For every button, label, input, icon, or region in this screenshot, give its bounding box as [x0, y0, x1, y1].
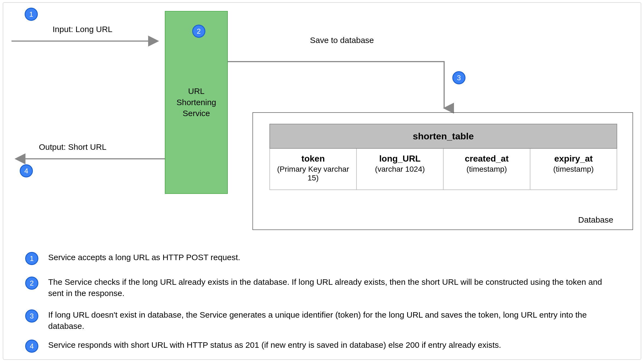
service-box: URL Shortening Service — [165, 11, 228, 194]
input-arrow-label: Input: Long URL — [53, 25, 112, 34]
legend-row-3: 3 If long URL doesn't exist in database,… — [25, 309, 607, 332]
table-col: expiry_at (timestamp) — [530, 148, 617, 190]
legend-badge-2: 2 — [25, 277, 38, 290]
step-badge-4: 4 — [20, 164, 33, 177]
save-arrow-label: Save to database — [310, 36, 374, 45]
legend-text-3: If long URL doesn't exist in database, t… — [48, 309, 607, 332]
table-col: token (Primary Key varchar 15) — [270, 148, 357, 190]
step-badge-1: 1 — [25, 8, 38, 21]
database-box: shorten_table token (Primary Key varchar… — [252, 112, 633, 230]
legend-text-1: Service accepts a long URL as HTTP POST … — [48, 252, 240, 263]
output-arrow-label: Output: Short URL — [39, 142, 107, 152]
save-arrow — [228, 59, 455, 114]
service-label: URL Shortening Service — [176, 86, 216, 119]
table-col: long_URL (varchar 1024) — [357, 148, 443, 190]
table-col: created_at (timestamp) — [443, 148, 530, 190]
schema-table: shorten_table token (Primary Key varchar… — [269, 124, 617, 190]
database-label: Database — [578, 215, 613, 225]
input-arrow — [12, 37, 162, 45]
step-badge-2: 2 — [192, 25, 205, 38]
legend-badge-3: 3 — [25, 309, 38, 323]
legend-text-2: The Service checks if the long URL alrea… — [48, 277, 607, 299]
output-arrow — [12, 155, 165, 163]
step-badge-3: 3 — [452, 71, 465, 84]
table-name: shorten_table — [270, 124, 617, 148]
legend-row-2: 2 The Service checks if the long URL alr… — [25, 277, 607, 299]
legend-row-4: 4 Service responds with short URL with H… — [25, 340, 501, 353]
legend-badge-1: 1 — [25, 252, 38, 265]
legend-row-1: 1 Service accepts a long URL as HTTP POS… — [25, 252, 240, 265]
diagram-canvas: 1 Input: Long URL URL Shortening Service… — [3, 2, 641, 360]
legend-text-4: Service responds with short URL with HTT… — [48, 340, 501, 351]
legend-badge-4: 4 — [25, 340, 38, 353]
